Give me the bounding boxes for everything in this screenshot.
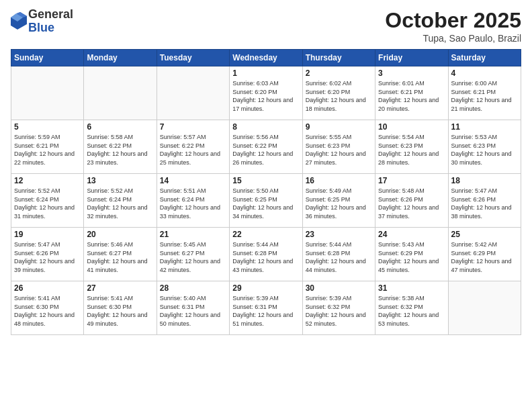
title-block: October 2025 Tupa, Sao Paulo, Brazil — [385, 8, 521, 44]
day-number: 1 — [232, 68, 299, 78]
day-number: 25 — [451, 230, 518, 239]
day-number: 10 — [378, 122, 445, 132]
day-number: 4 — [451, 68, 518, 78]
day-number: 12 — [14, 176, 81, 185]
day-number: 27 — [87, 283, 153, 293]
day-number: 31 — [378, 283, 445, 293]
day-info: Sunrise: 5:41 AM Sunset: 6:30 PM Dayligh… — [87, 294, 153, 328]
day-number: 30 — [306, 283, 372, 293]
header-friday: Friday — [375, 50, 448, 66]
day-number: 3 — [378, 68, 445, 78]
day-number: 21 — [160, 230, 226, 239]
day-number: 2 — [306, 68, 372, 78]
day-info: Sunrise: 5:52 AM Sunset: 6:24 PM Dayligh… — [14, 187, 81, 220]
day-number: 9 — [306, 122, 372, 132]
month-title: October 2025 — [385, 8, 521, 33]
day-number: 18 — [451, 176, 518, 185]
header-saturday: Saturday — [448, 50, 521, 66]
day-number: 6 — [87, 122, 153, 132]
calendar-cell: 30Sunrise: 5:39 AM Sunset: 6:32 PM Dayli… — [302, 281, 375, 335]
day-number: 20 — [87, 230, 153, 239]
day-info: Sunrise: 5:48 AM Sunset: 6:26 PM Dayligh… — [378, 187, 445, 220]
calendar-cell — [448, 281, 521, 335]
calendar-cell: 24Sunrise: 5:43 AM Sunset: 6:29 PM Dayli… — [375, 228, 448, 281]
calendar-cell: 28Sunrise: 5:40 AM Sunset: 6:31 PM Dayli… — [157, 281, 229, 335]
calendar-cell: 15Sunrise: 5:50 AM Sunset: 6:25 PM Dayli… — [230, 174, 302, 228]
day-number: 24 — [378, 230, 445, 239]
page: General Blue October 2025 Tupa, Sao Paul… — [0, 0, 532, 411]
day-info: Sunrise: 5:55 AM Sunset: 6:23 PM Dayligh… — [306, 133, 372, 167]
calendar-cell: 31Sunrise: 5:38 AM Sunset: 6:32 PM Dayli… — [375, 281, 448, 335]
day-info: Sunrise: 5:59 AM Sunset: 6:21 PM Dayligh… — [14, 133, 81, 167]
calendar-cell — [84, 66, 157, 120]
calendar-cell: 2Sunrise: 6:02 AM Sunset: 6:20 PM Daylig… — [302, 66, 375, 120]
calendar-cell: 8Sunrise: 5:56 AM Sunset: 6:22 PM Daylig… — [230, 120, 302, 174]
day-info: Sunrise: 5:40 AM Sunset: 6:31 PM Dayligh… — [160, 294, 226, 328]
day-number: 8 — [232, 122, 299, 132]
day-number: 26 — [14, 283, 81, 293]
day-info: Sunrise: 5:58 AM Sunset: 6:22 PM Dayligh… — [87, 133, 153, 167]
calendar-cell: 21Sunrise: 5:45 AM Sunset: 6:27 PM Dayli… — [157, 228, 229, 281]
calendar-week-2: 5Sunrise: 5:59 AM Sunset: 6:21 PM Daylig… — [11, 120, 521, 174]
weekday-header-row: Sunday Monday Tuesday Wednesday Thursday… — [11, 50, 521, 66]
calendar-cell: 1Sunrise: 6:03 AM Sunset: 6:20 PM Daylig… — [230, 66, 302, 120]
day-info: Sunrise: 5:49 AM Sunset: 6:25 PM Dayligh… — [306, 187, 372, 220]
day-number: 7 — [160, 122, 226, 132]
header-thursday: Thursday — [302, 50, 375, 66]
day-info: Sunrise: 5:57 AM Sunset: 6:22 PM Dayligh… — [160, 133, 226, 167]
header-sunday: Sunday — [11, 50, 84, 66]
calendar-cell — [11, 66, 84, 120]
calendar-cell — [157, 66, 229, 120]
header-tuesday: Tuesday — [157, 50, 229, 66]
calendar-cell: 14Sunrise: 5:51 AM Sunset: 6:24 PM Dayli… — [157, 174, 229, 228]
calendar-week-3: 12Sunrise: 5:52 AM Sunset: 6:24 PM Dayli… — [11, 174, 521, 228]
calendar-cell: 29Sunrise: 5:39 AM Sunset: 6:31 PM Dayli… — [230, 281, 302, 335]
logo-text: General Blue — [28, 8, 73, 35]
day-info: Sunrise: 5:53 AM Sunset: 6:23 PM Dayligh… — [451, 133, 518, 167]
calendar-cell: 16Sunrise: 5:49 AM Sunset: 6:25 PM Dayli… — [302, 174, 375, 228]
calendar-week-5: 26Sunrise: 5:41 AM Sunset: 6:30 PM Dayli… — [11, 281, 521, 335]
day-info: Sunrise: 5:45 AM Sunset: 6:27 PM Dayligh… — [160, 240, 226, 274]
location: Tupa, Sao Paulo, Brazil — [385, 33, 521, 44]
day-number: 5 — [14, 122, 81, 132]
day-info: Sunrise: 5:44 AM Sunset: 6:28 PM Dayligh… — [232, 240, 299, 274]
calendar-cell: 18Sunrise: 5:47 AM Sunset: 6:26 PM Dayli… — [448, 174, 521, 228]
day-info: Sunrise: 5:54 AM Sunset: 6:23 PM Dayligh… — [378, 133, 445, 167]
calendar-cell: 6Sunrise: 5:58 AM Sunset: 6:22 PM Daylig… — [84, 120, 157, 174]
day-info: Sunrise: 6:01 AM Sunset: 6:21 PM Dayligh… — [378, 79, 445, 113]
calendar-cell: 5Sunrise: 5:59 AM Sunset: 6:21 PM Daylig… — [11, 120, 84, 174]
day-info: Sunrise: 6:03 AM Sunset: 6:20 PM Dayligh… — [232, 79, 299, 113]
calendar-week-1: 1Sunrise: 6:03 AM Sunset: 6:20 PM Daylig… — [11, 66, 521, 120]
day-number: 16 — [306, 176, 372, 185]
header: General Blue October 2025 Tupa, Sao Paul… — [11, 8, 521, 44]
day-number: 14 — [160, 176, 226, 185]
calendar-cell: 19Sunrise: 5:47 AM Sunset: 6:26 PM Dayli… — [11, 228, 84, 281]
logo-icon — [11, 12, 27, 31]
day-info: Sunrise: 5:39 AM Sunset: 6:31 PM Dayligh… — [232, 294, 299, 328]
day-number: 15 — [232, 176, 299, 185]
day-info: Sunrise: 5:41 AM Sunset: 6:30 PM Dayligh… — [14, 294, 81, 328]
calendar-cell: 27Sunrise: 5:41 AM Sunset: 6:30 PM Dayli… — [84, 281, 157, 335]
day-info: Sunrise: 5:43 AM Sunset: 6:29 PM Dayligh… — [378, 240, 445, 274]
day-info: Sunrise: 5:46 AM Sunset: 6:27 PM Dayligh… — [87, 240, 153, 274]
day-number: 23 — [306, 230, 372, 239]
calendar-cell: 12Sunrise: 5:52 AM Sunset: 6:24 PM Dayli… — [11, 174, 84, 228]
calendar-cell: 25Sunrise: 5:42 AM Sunset: 6:29 PM Dayli… — [448, 228, 521, 281]
day-info: Sunrise: 5:39 AM Sunset: 6:32 PM Dayligh… — [306, 294, 372, 328]
calendar-cell: 11Sunrise: 5:53 AM Sunset: 6:23 PM Dayli… — [448, 120, 521, 174]
day-info: Sunrise: 5:38 AM Sunset: 6:32 PM Dayligh… — [378, 294, 445, 328]
calendar-cell: 4Sunrise: 6:00 AM Sunset: 6:21 PM Daylig… — [448, 66, 521, 120]
day-info: Sunrise: 5:52 AM Sunset: 6:24 PM Dayligh… — [87, 187, 153, 220]
day-info: Sunrise: 5:44 AM Sunset: 6:28 PM Dayligh… — [306, 240, 372, 274]
day-number: 28 — [160, 283, 226, 293]
calendar-cell: 13Sunrise: 5:52 AM Sunset: 6:24 PM Dayli… — [84, 174, 157, 228]
day-number: 29 — [232, 283, 299, 293]
day-info: Sunrise: 5:56 AM Sunset: 6:22 PM Dayligh… — [232, 133, 299, 167]
calendar-week-4: 19Sunrise: 5:47 AM Sunset: 6:26 PM Dayli… — [11, 228, 521, 281]
calendar-cell: 3Sunrise: 6:01 AM Sunset: 6:21 PM Daylig… — [375, 66, 448, 120]
logo-blue: Blue — [28, 21, 54, 34]
calendar-cell: 23Sunrise: 5:44 AM Sunset: 6:28 PM Dayli… — [302, 228, 375, 281]
day-number: 17 — [378, 176, 445, 185]
logo-general: General — [28, 7, 73, 21]
day-number: 22 — [232, 230, 299, 239]
